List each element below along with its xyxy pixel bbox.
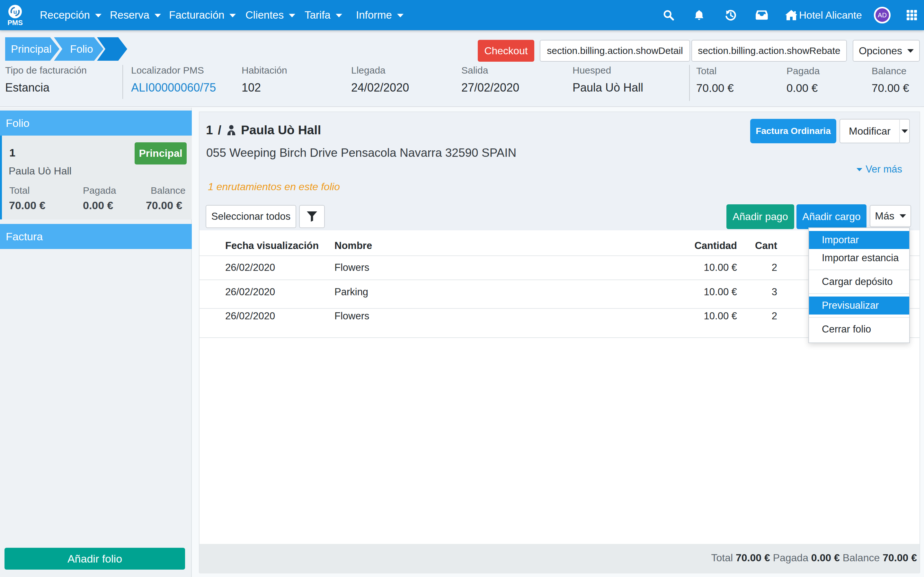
svg-text:u: u	[13, 8, 17, 15]
